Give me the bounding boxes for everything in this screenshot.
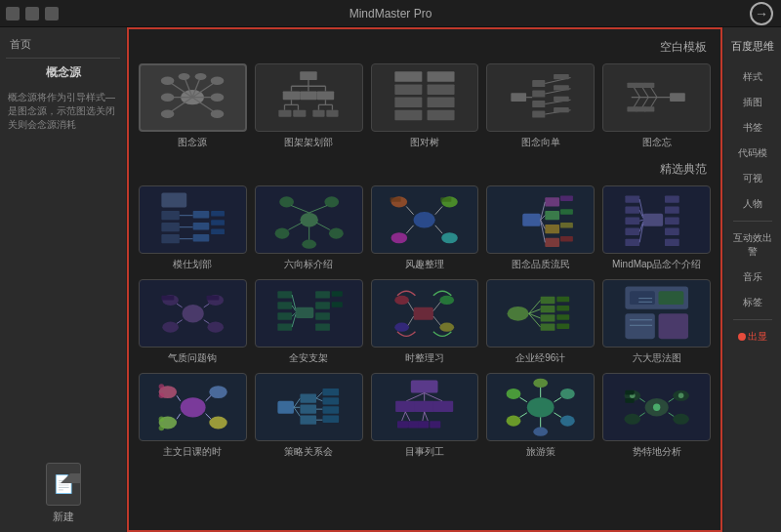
sidebar-item-tag[interactable]: 标签 <box>727 291 778 314</box>
svg-line-201 <box>205 395 211 401</box>
template-thumb-example-5 <box>139 279 247 348</box>
svg-line-93 <box>291 205 308 212</box>
sidebar-item-style[interactable]: 样式 <box>727 65 778 89</box>
main-layout: 首页 概念源 概念源将作为引导样式—是图念源，示范图选关闭关则会念源消耗 📄 新… <box>0 27 781 532</box>
svg-point-197 <box>209 386 226 398</box>
template-example-4[interactable]: MindMap品念个介绍 <box>602 185 711 271</box>
svg-rect-120 <box>560 223 573 228</box>
svg-rect-119 <box>560 209 573 215</box>
sidebar-item-illust[interactable]: 插图 <box>727 91 778 114</box>
svg-rect-44 <box>394 110 422 120</box>
svg-rect-49 <box>532 91 545 98</box>
svg-line-247 <box>520 413 527 418</box>
template-example-8[interactable]: 企业经96计 <box>486 279 595 365</box>
svg-line-233 <box>425 412 429 421</box>
svg-line-170 <box>433 302 440 310</box>
template-example-6[interactable]: 全安支架 <box>255 279 363 365</box>
template-example-14[interactable]: 势特地分析 <box>602 373 711 459</box>
svg-line-143 <box>177 304 183 307</box>
template-example-3[interactable]: 图念品质流民 <box>486 185 595 271</box>
nav-controls[interactable]: → <box>750 2 773 25</box>
template-list[interactable]: 图念向单 <box>486 63 595 149</box>
svg-line-246 <box>555 397 561 402</box>
svg-line-146 <box>203 319 209 323</box>
svg-rect-59 <box>554 107 569 112</box>
logout-label: 出显 <box>748 330 767 344</box>
template-radial[interactable]: 图念源 <box>139 63 247 149</box>
template-matrix[interactable]: 图对树 <box>371 63 479 149</box>
new-file-item[interactable]: 📄 新建 <box>6 453 120 524</box>
svg-rect-126 <box>625 227 639 234</box>
template-example-11[interactable]: 策略关系会 <box>255 373 363 459</box>
template-label-tree: 图架架划部 <box>284 136 333 149</box>
svg-rect-17 <box>300 72 316 81</box>
svg-rect-190 <box>658 313 687 339</box>
template-thumb-example-12 <box>371 373 479 441</box>
close-button[interactable] <box>45 7 59 20</box>
template-example-10[interactable]: 主文日课的时 <box>139 373 247 459</box>
template-example-13[interactable]: 旅游策 <box>486 373 595 459</box>
svg-rect-40 <box>394 85 422 95</box>
svg-rect-152 <box>277 312 292 319</box>
svg-rect-182 <box>556 296 569 302</box>
title-bar: MindMaster Pro → <box>0 0 781 27</box>
template-label-example-13: 旅游策 <box>526 445 555 459</box>
template-example-0[interactable]: 模仕划部 <box>139 185 247 271</box>
template-example-2[interactable]: 风趣整理 <box>371 185 479 271</box>
sidebar-item-bookmark[interactable]: 书签 <box>727 116 778 140</box>
svg-rect-148 <box>206 296 219 301</box>
nav-forward-button[interactable]: → <box>750 2 773 25</box>
svg-line-231 <box>406 412 411 421</box>
svg-rect-223 <box>411 380 438 392</box>
svg-point-256 <box>653 403 660 410</box>
template-fishbone[interactable]: 图念忘 <box>602 63 711 149</box>
sidebar-separator-2 <box>733 319 772 320</box>
svg-rect-37 <box>327 110 339 117</box>
svg-point-98 <box>414 212 435 228</box>
concept-title: 概念源 <box>6 64 120 81</box>
svg-rect-185 <box>556 323 569 329</box>
template-tree[interactable]: 图架架划部 <box>255 63 363 149</box>
sidebar-item-visual[interactable]: 可视 <box>727 167 778 190</box>
svg-rect-123 <box>625 195 639 202</box>
svg-rect-214 <box>300 415 316 424</box>
logout-dot-icon <box>738 333 746 341</box>
svg-rect-38 <box>394 72 422 82</box>
svg-line-209 <box>294 398 300 407</box>
sidebar-item-music[interactable]: 音乐 <box>727 266 778 289</box>
template-example-12[interactable]: 目事列工 <box>371 373 479 459</box>
right-sidebar: 百度思维 样式 插图 书签 代码模 可视 人物 互动效出警 音乐 标签 出显 <box>722 27 781 532</box>
svg-line-261 <box>639 413 645 417</box>
template-example-5[interactable]: 气质问题钩 <box>139 279 247 365</box>
svg-rect-31 <box>293 110 306 117</box>
svg-point-167 <box>395 322 410 331</box>
svg-point-138 <box>182 305 203 322</box>
svg-rect-164 <box>414 307 433 320</box>
template-thumb-example-14 <box>602 373 711 441</box>
svg-point-239 <box>507 389 521 399</box>
sidebar-item-people[interactable]: 人物 <box>727 192 778 216</box>
sidebar-item-code[interactable]: 代码模 <box>727 142 778 165</box>
template-thumb-example-2 <box>371 185 479 254</box>
svg-point-166 <box>440 296 455 305</box>
svg-point-244 <box>533 427 548 435</box>
svg-rect-221 <box>322 406 339 413</box>
window-controls[interactable] <box>6 7 59 20</box>
minimize-button[interactable] <box>6 7 20 20</box>
sidebar-item-logout[interactable]: 出显 <box>727 325 778 348</box>
template-example-1[interactable]: 六向标介绍 <box>255 185 363 271</box>
template-example-9[interactable]: 六大思法图 <box>602 279 711 365</box>
svg-rect-58 <box>554 97 569 102</box>
svg-rect-135 <box>665 217 679 224</box>
svg-rect-183 <box>556 306 569 311</box>
svg-rect-220 <box>322 397 339 404</box>
svg-rect-263 <box>625 389 634 394</box>
svg-rect-125 <box>625 217 639 224</box>
svg-line-106 <box>435 225 442 233</box>
maximize-button[interactable] <box>25 7 39 20</box>
home-label[interactable]: 首页 <box>6 35 120 59</box>
template-example-7[interactable]: 时整理习 <box>371 279 479 365</box>
sidebar-item-interact[interactable]: 互动效出警 <box>727 226 778 264</box>
svg-rect-77 <box>161 234 179 243</box>
concept-desc: 概念源将作为引导样式—是图念源，示范图选关闭关则会念源消耗 <box>6 87 120 136</box>
